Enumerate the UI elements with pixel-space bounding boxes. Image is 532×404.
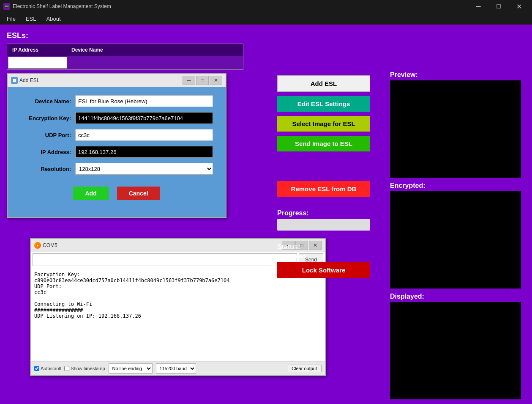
menu-esl[interactable]: ESL — [21, 14, 41, 24]
middle-panel: Add ESL Edit ESL Settings Select Image f… — [277, 75, 370, 278]
dialog-close-button[interactable]: ✕ — [210, 76, 222, 85]
window-controls: ─ □ ✕ — [469, 0, 529, 13]
clear-output-button[interactable]: Clear output — [287, 365, 322, 372]
esl-table-container: IP Address Device Name ▦ Add ESL ─ □ ✕ — [7, 44, 243, 218]
app-title: Electronic Shelf Label Management System — [13, 3, 469, 9]
maximize-button[interactable]: □ — [489, 0, 508, 13]
esl-table-header: IP Address Device Name — [7, 44, 243, 56]
displayed-label: Displayed: — [390, 293, 521, 300]
encrypted-label: Encrypted: — [390, 182, 521, 190]
encryption-key-label: Encryption Key: — [20, 115, 75, 121]
dialog-titlebar: ▦ Add ESL ─ □ ✕ — [8, 74, 226, 87]
add-esl-dialog: ▦ Add ESL ─ □ ✕ Device Name: Encryption … — [7, 73, 226, 218]
edit-esl-button[interactable]: Edit ESL Settings — [277, 96, 370, 112]
com-title: COM5 — [43, 242, 281, 248]
menu-file[interactable]: File — [2, 14, 21, 24]
line-ending-select[interactable]: No line ending Newline Carriage return B… — [109, 363, 153, 374]
baud-rate-select[interactable]: 9600 baud 57600 baud 115200 baud — [156, 363, 196, 374]
progress-section: Progress: — [277, 209, 370, 231]
send-image-button[interactable]: Send Image to ESL — [277, 136, 370, 151]
udp-port-label: UDP Port: — [20, 132, 75, 138]
device-name-row: Device Name: — [20, 95, 213, 107]
displayed-box — [390, 302, 521, 399]
resolution-label: Resolution: — [20, 166, 75, 172]
app-icon: 📟 — [3, 3, 10, 10]
content-area: IP Address Device Name ▦ Add ESL ─ □ ✕ — [7, 44, 525, 397]
preview-section: Preview: — [390, 71, 521, 178]
udp-port-row: UDP Port: — [20, 129, 213, 141]
close-button[interactable]: ✕ — [509, 0, 529, 13]
device-name-label: Device Name: — [20, 98, 75, 104]
status-value: Unlocked — [277, 253, 370, 260]
show-timestamp-checkbox[interactable] — [64, 366, 69, 371]
displayed-section: Displayed: — [390, 293, 521, 399]
status-section: Status: Unlocked Lock Software — [277, 243, 370, 278]
add-esl-button[interactable]: Add ESL — [277, 75, 370, 92]
main-content: ESLs: IP Address Device Name ▦ Add ESL ─ — [0, 25, 532, 404]
esl-table-body[interactable] — [7, 56, 243, 69]
com-footer: Autoscroll Show timestamp No line ending… — [31, 361, 325, 375]
encryption-key-row: Encryption Key: — [20, 112, 213, 124]
ip-address-input[interactable] — [75, 146, 213, 158]
progress-label: Progress: — [277, 209, 370, 217]
col-device-name: Device Name — [68, 47, 106, 53]
minimize-button[interactable]: ─ — [469, 0, 488, 13]
device-name-input[interactable] — [75, 95, 213, 107]
lock-software-button[interactable]: Lock Software — [277, 262, 370, 278]
dialog-title: Add ESL — [19, 77, 182, 83]
menu-about[interactable]: About — [41, 14, 66, 24]
dialog-footer: Add Cancel — [20, 180, 213, 209]
progress-bar — [277, 219, 370, 231]
udp-port-input[interactable] — [75, 129, 213, 141]
esls-section-label: ESLs: — [7, 31, 525, 40]
dialog-maximize-button[interactable]: □ — [196, 76, 209, 85]
dialog-body: Device Name: Encryption Key: UDP Port: I… — [8, 87, 226, 217]
preview-label: Preview: — [390, 71, 521, 79]
status-label: Status: — [277, 243, 370, 251]
cancel-button[interactable]: Cancel — [117, 187, 160, 200]
remove-esl-button[interactable]: Remove ESL from DB — [277, 181, 370, 197]
encrypted-section: Encrypted: — [390, 182, 521, 289]
preview-box — [390, 80, 521, 178]
autoscroll-label[interactable]: Autoscroll — [34, 366, 61, 371]
titlebar: 📟 Electronic Shelf Label Management Syst… — [0, 0, 532, 13]
ip-address-row: IP Address: — [20, 146, 213, 158]
esl-row-ip-cell — [8, 57, 67, 69]
autoscroll-text: Autoscroll — [41, 366, 61, 371]
select-image-button[interactable]: Select Image for ESL — [277, 116, 370, 132]
show-timestamp-text: Show timestamp — [71, 366, 105, 371]
resolution-row: Resolution: 128x128 256x128 256x256 — [20, 163, 213, 175]
ip-address-label: IP Address: — [20, 149, 75, 155]
com-output: Encryption Key: c890e03c83ea44ce30dcd757… — [31, 268, 325, 361]
col-ip-address: IP Address — [9, 47, 68, 53]
menubar: File ESL About — [0, 13, 532, 25]
com-input-field[interactable] — [33, 253, 297, 266]
encrypted-box — [390, 191, 521, 289]
dialog-minimize-button[interactable]: ─ — [183, 76, 195, 85]
esl-table: IP Address Device Name — [7, 44, 243, 70]
show-timestamp-label[interactable]: Show timestamp — [64, 366, 105, 371]
right-panel: Preview: Encrypted: Displayed: — [390, 71, 521, 399]
dialog-icon: ▦ — [11, 77, 18, 84]
resolution-select[interactable]: 128x128 256x128 256x256 — [75, 163, 213, 175]
encryption-key-input[interactable] — [75, 112, 213, 124]
com-icon: ● — [34, 242, 41, 249]
add-button[interactable]: Add — [73, 187, 108, 200]
autoscroll-checkbox[interactable] — [34, 366, 39, 371]
